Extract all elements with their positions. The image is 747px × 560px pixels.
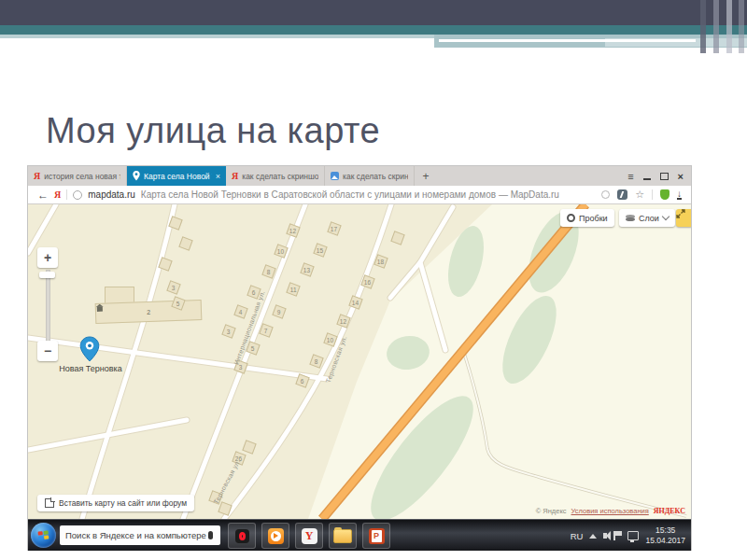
house-number: 9 <box>277 309 281 315</box>
minimize-icon[interactable] <box>643 177 651 180</box>
header-white-line <box>439 39 696 42</box>
fullscreen-button[interactable] <box>676 209 691 227</box>
house-number: 3 <box>172 285 176 291</box>
address-bar-actions: ☆ ↓ <box>601 189 682 201</box>
back-icon[interactable]: ← <box>37 189 49 202</box>
yandex-browser-icon: Y <box>302 528 317 544</box>
microphone-icon[interactable] <box>208 531 213 539</box>
house-number: 6 <box>252 289 256 296</box>
slide-title: Моя улица на карте <box>46 111 380 151</box>
system-tray: RU 15:35 15.04.2017 <box>571 520 689 552</box>
powerpoint-taskbar-button[interactable]: P <box>362 523 390 549</box>
zoom-out-button[interactable]: − <box>37 341 58 361</box>
map-copyright: © Яндекс Условия использования ЯНДЕКС <box>536 507 685 515</box>
yandex-browser-taskbar-button[interactable]: Y <box>295 523 323 549</box>
house-number: 17 <box>331 225 337 231</box>
turbo-icon[interactable] <box>617 189 627 200</box>
window-controls: ≡ × <box>627 166 684 186</box>
embed-map-button[interactable]: Вставить карту на сайт или форум <box>37 495 194 511</box>
house-number: 13 <box>303 266 310 273</box>
volume-icon[interactable] <box>603 533 607 539</box>
house-number: 5 <box>251 345 255 352</box>
header-teal-bar <box>0 25 747 35</box>
new-tab-button[interactable]: + <box>415 166 437 186</box>
header-vertical-stripe <box>739 0 744 53</box>
yandex-logo-icon[interactable]: Я <box>54 189 61 200</box>
house-number: 6 <box>301 378 304 385</box>
language-indicator[interactable]: RU <box>571 531 584 541</box>
media-player-taskbar-button[interactable] <box>261 523 289 549</box>
yandex-favicon-icon: Я <box>34 171 40 181</box>
traffic-button[interactable]: Пробки <box>560 209 614 227</box>
yandex-map[interactable]: 2 121086431715131197531816141210863526 И… <box>28 204 691 519</box>
tray-time: 15:35 <box>655 525 675 535</box>
powerpoint-icon: P <box>369 528 385 544</box>
house-number: 15 <box>317 246 323 253</box>
school-building: 2 <box>95 300 203 324</box>
tray-clock[interactable]: 15:35 15.04.2017 <box>645 525 689 546</box>
house-number: 8 <box>315 358 318 365</box>
copyright-text: © Яндекс <box>536 507 567 515</box>
school-icon <box>96 304 104 312</box>
windows-logo-icon <box>37 530 49 540</box>
house-number: 5 <box>176 301 180 307</box>
opera-icon <box>235 529 249 543</box>
house-number: 12 <box>340 317 346 324</box>
expand-icon <box>676 209 685 218</box>
header-light-stripe <box>0 35 434 38</box>
opera-taskbar-button[interactable] <box>228 523 256 549</box>
url-domain[interactable]: mapdata.ru <box>88 189 135 200</box>
browser-screenshot: Я история села новая тернов Карта села Н… <box>28 166 691 550</box>
house-number: 3 <box>239 364 243 371</box>
restore-icon[interactable] <box>660 173 669 180</box>
tab-map-village-active[interactable]: Карта села Новой Терно × <box>127 166 226 186</box>
embed-icon <box>45 498 54 508</box>
map-pin-icon <box>133 171 140 181</box>
browser-tab-bar: Я история села новая тернов Карта села Н… <box>28 166 691 186</box>
layers-icon <box>626 215 635 222</box>
bookmark-star-icon[interactable]: ☆ <box>635 189 644 201</box>
divider <box>652 189 653 200</box>
status-circle-icon[interactable] <box>601 190 610 199</box>
house-number: 10 <box>277 247 284 254</box>
house-number: 14 <box>352 299 359 305</box>
tab-history-village[interactable]: Я история села новая тернов <box>28 166 127 186</box>
house-number: 10 <box>327 336 333 343</box>
pin-label: Новая Терновка <box>39 364 142 373</box>
close-icon[interactable]: × <box>678 171 684 182</box>
yandex-logo[interactable]: ЯНДЕКС <box>654 507 685 515</box>
house-number: 4 <box>239 309 243 315</box>
taskbar-search-input[interactable]: Поиск в Яндексе и на компьютере <box>60 525 220 545</box>
map-canvas <box>28 204 691 519</box>
zoom-in-button[interactable]: + <box>37 247 58 268</box>
explorer-folder-icon <box>333 529 352 543</box>
chevron-down-icon <box>662 213 669 220</box>
house-number: 12 <box>289 227 296 233</box>
start-button[interactable] <box>31 523 56 548</box>
close-tab-icon[interactable]: × <box>216 172 220 181</box>
house-number: 11 <box>290 287 297 293</box>
house-number: 18 <box>377 258 384 264</box>
network-icon[interactable] <box>627 531 639 540</box>
tab-how-to-screen[interactable]: как сделать скрин экрана <box>325 166 415 186</box>
address-bar[interactable]: ← Я mapdata.ru Карта села Новой Терновки… <box>28 186 691 204</box>
site-badge-icon[interactable] <box>73 190 82 200</box>
presentation-slide: Моя улица на карте Я история села новая … <box>0 0 747 560</box>
media-player-icon <box>268 528 284 544</box>
tab-how-to-screenshot[interactable]: Я как сделать скриншот экра <box>226 166 325 186</box>
layers-button[interactable]: Слои <box>619 209 675 227</box>
header-vertical-stripe <box>700 0 706 53</box>
explorer-taskbar-button[interactable] <box>329 523 357 549</box>
header-dark-bar <box>0 0 747 25</box>
action-center-icon[interactable] <box>613 531 621 540</box>
hidden-icons-icon[interactable] <box>589 534 597 539</box>
menu-icon[interactable]: ≡ <box>627 171 633 182</box>
download-icon[interactable]: ↓ <box>677 189 682 200</box>
adblock-icon[interactable] <box>660 189 669 200</box>
zoom-slider-handle[interactable] <box>39 272 55 278</box>
zoom-slider-track[interactable] <box>46 270 50 343</box>
terms-link[interactable]: Условия использования <box>571 507 649 515</box>
url-page-title[interactable]: Карта села Новой Терновки в Саратовской … <box>141 189 596 200</box>
header-vertical-stripe <box>713 0 719 53</box>
building-number: 2 <box>147 308 150 315</box>
